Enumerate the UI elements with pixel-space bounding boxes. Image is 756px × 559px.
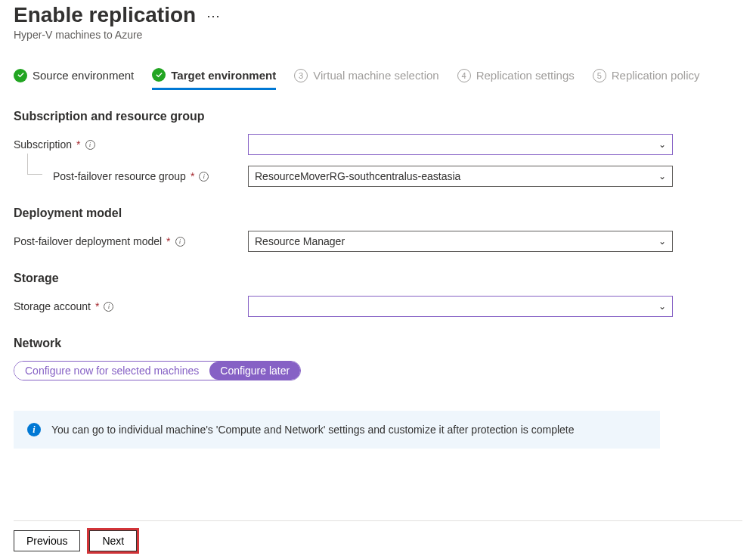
info-icon[interactable]: i bbox=[104, 302, 113, 312]
step-source-environment[interactable]: Source environment bbox=[14, 68, 134, 89]
label-deployment-model: Post-failover deployment model bbox=[14, 235, 162, 247]
checkmark-icon bbox=[14, 69, 27, 82]
step-number-icon: 3 bbox=[294, 69, 308, 82]
chevron-down-icon: ⌄ bbox=[658, 139, 666, 150]
label-storage-account: Storage account bbox=[14, 300, 91, 312]
chevron-down-icon: ⌄ bbox=[658, 301, 666, 312]
step-label: Virtual machine selection bbox=[313, 69, 438, 82]
postfailover-rg-select[interactable]: ResourceMoverRG-southcentralus-eastasia … bbox=[248, 166, 673, 187]
subscription-select[interactable]: ⌄ bbox=[248, 134, 673, 155]
network-configure-toggle: Configure now for selected machines Conf… bbox=[14, 361, 301, 380]
step-replication-policy[interactable]: 5 Replication policy bbox=[593, 68, 700, 89]
page-subtitle: Hyper-V machines to Azure bbox=[14, 29, 742, 41]
more-icon[interactable]: ⋯ bbox=[206, 8, 222, 24]
section-heading-storage: Storage bbox=[14, 272, 742, 285]
page-title: Enable replication bbox=[14, 3, 196, 27]
next-button[interactable]: Next bbox=[89, 530, 137, 551]
section-heading-network: Network bbox=[14, 337, 742, 350]
checkmark-icon bbox=[152, 68, 166, 82]
info-icon[interactable]: i bbox=[175, 237, 185, 247]
required-indicator: * bbox=[191, 170, 194, 182]
toggle-configure-now[interactable]: Configure now for selected machines bbox=[14, 362, 209, 380]
storage-account-select[interactable]: ⌄ bbox=[248, 296, 673, 317]
info-banner: i You can go to individual machine's 'Co… bbox=[14, 411, 660, 449]
previous-button[interactable]: Previous bbox=[14, 530, 80, 551]
step-number-icon: 5 bbox=[593, 69, 606, 82]
label-subscription: Subscription bbox=[14, 138, 72, 151]
tree-connector bbox=[27, 154, 42, 175]
deployment-model-select[interactable]: Resource Manager ⌄ bbox=[248, 231, 673, 252]
required-indicator: * bbox=[166, 235, 170, 247]
select-value: Resource Manager bbox=[255, 235, 345, 247]
required-indicator: * bbox=[76, 138, 80, 151]
step-vm-selection[interactable]: 3 Virtual machine selection bbox=[294, 68, 438, 89]
step-label: Target environment bbox=[171, 69, 276, 82]
chevron-down-icon: ⌄ bbox=[658, 236, 666, 247]
chevron-down-icon: ⌄ bbox=[658, 171, 666, 182]
step-label: Replication policy bbox=[612, 69, 700, 82]
step-label: Source environment bbox=[33, 69, 134, 82]
label-postfailover-rg: Post-failover resource group bbox=[53, 170, 186, 182]
wizard-stepper: Source environment Target environment 3 … bbox=[14, 68, 742, 90]
section-heading-subscription: Subscription and resource group bbox=[14, 110, 742, 123]
section-heading-deployment: Deployment model bbox=[14, 207, 742, 220]
step-label: Replication settings bbox=[476, 69, 575, 82]
toggle-configure-later[interactable]: Configure later bbox=[209, 362, 300, 380]
info-banner-text: You can go to individual machine's 'Comp… bbox=[51, 424, 575, 436]
wizard-footer: Previous Next bbox=[14, 520, 742, 551]
step-number-icon: 4 bbox=[457, 69, 471, 82]
step-replication-settings[interactable]: 4 Replication settings bbox=[457, 68, 575, 89]
required-indicator: * bbox=[95, 300, 99, 312]
info-icon: i bbox=[27, 423, 41, 436]
select-value: ResourceMoverRG-southcentralus-eastasia bbox=[255, 170, 460, 182]
info-icon[interactable]: i bbox=[199, 172, 209, 182]
info-icon[interactable]: i bbox=[85, 140, 95, 150]
step-target-environment[interactable]: Target environment bbox=[152, 68, 276, 90]
